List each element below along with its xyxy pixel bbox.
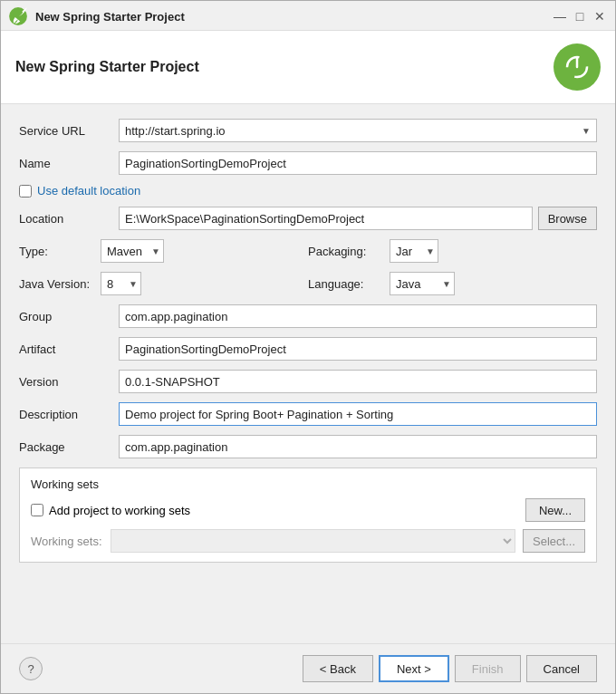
- type-section: Type: Maven Gradle ▼: [19, 239, 308, 263]
- minimize-button[interactable]: —: [552, 8, 568, 24]
- use-default-location-label[interactable]: Use default location: [37, 184, 140, 198]
- package-field: [119, 435, 597, 458]
- group-row: Group: [19, 304, 597, 328]
- description-row: Description: [19, 402, 597, 426]
- artifact-label: Artifact: [19, 342, 119, 356]
- working-sets-select-row: Working sets: Select...: [31, 529, 585, 553]
- name-row: Name: [19, 151, 597, 175]
- artifact-field: [119, 337, 597, 361]
- language-label: Language:: [308, 277, 390, 291]
- working-sets-field-label: Working sets:: [31, 535, 103, 548]
- working-sets-check-left: Add project to working sets: [31, 504, 190, 517]
- footer-left: ?: [19, 657, 43, 680]
- version-field: [119, 370, 597, 393]
- window-controls: — □ ✕: [552, 8, 608, 24]
- maximize-button[interactable]: □: [572, 8, 588, 24]
- language-select-wrapper: Java Kotlin Groovy ▼: [390, 272, 455, 295]
- service-url-label: Service URL: [19, 124, 119, 138]
- service-url-row: Service URL ▼: [19, 119, 597, 142]
- packaging-select-wrapper: Jar War ▼: [390, 239, 438, 263]
- title-bar-left: New Spring Starter Project: [8, 6, 185, 26]
- java-language-row: Java Version: 8 11 17 ▼ Language: Java K…: [19, 272, 597, 295]
- name-input[interactable]: [119, 151, 597, 175]
- service-url-input[interactable]: [120, 120, 576, 141]
- version-input[interactable]: [119, 370, 597, 393]
- name-label: Name: [19, 157, 119, 170]
- group-field: [119, 304, 597, 328]
- name-field: [119, 151, 597, 175]
- dialog-title: New Spring Starter Project: [15, 59, 199, 75]
- location-input[interactable]: [119, 207, 533, 230]
- back-button[interactable]: < Back: [303, 655, 373, 682]
- language-section: Language: Java Kotlin Groovy ▼: [308, 272, 597, 295]
- description-field: [119, 402, 597, 426]
- package-label: Package: [19, 440, 119, 454]
- browse-button[interactable]: Browse: [538, 207, 597, 230]
- description-label: Description: [19, 408, 119, 421]
- dialog-body: Service URL ▼ Name Use default location …: [1, 104, 615, 643]
- java-version-select[interactable]: 8 11 17: [101, 272, 141, 295]
- location-row: Location Browse: [19, 207, 597, 230]
- package-row: Package: [19, 435, 597, 458]
- next-button[interactable]: Next >: [379, 655, 449, 682]
- use-default-location-row: Use default location: [19, 184, 597, 198]
- power-svg-icon: [563, 53, 591, 81]
- package-input[interactable]: [119, 435, 597, 458]
- language-select[interactable]: Java Kotlin Groovy: [390, 272, 455, 295]
- finish-button[interactable]: Finish: [455, 655, 521, 682]
- packaging-select[interactable]: Jar War: [390, 239, 438, 263]
- java-version-select-wrapper: 8 11 17 ▼: [101, 272, 141, 295]
- spring-logo-icon: [8, 6, 28, 26]
- working-sets-title: Working sets: [31, 477, 585, 491]
- location-label: Location: [19, 212, 119, 226]
- artifact-row: Artifact: [19, 337, 597, 361]
- service-url-wrapper: ▼: [119, 119, 597, 142]
- description-input[interactable]: [119, 402, 597, 426]
- working-sets-box: Working sets Add project to working sets…: [19, 467, 597, 563]
- artifact-input[interactable]: [119, 337, 597, 361]
- help-button[interactable]: ?: [19, 657, 43, 680]
- version-row: Version: [19, 370, 597, 393]
- type-label: Type:: [19, 245, 101, 258]
- main-window: New Spring Starter Project — □ ✕ New Spr…: [0, 0, 616, 694]
- use-default-location-checkbox[interactable]: [19, 185, 32, 198]
- new-working-set-button[interactable]: New...: [525, 498, 585, 522]
- type-select-wrapper: Maven Gradle ▼: [101, 239, 164, 263]
- java-version-label: Java Version:: [19, 277, 101, 291]
- type-packaging-row: Type: Maven Gradle ▼ Packaging: Jar War: [19, 239, 597, 263]
- close-button[interactable]: ✕: [592, 8, 608, 24]
- window-title: New Spring Starter Project: [35, 10, 185, 24]
- type-select[interactable]: Maven Gradle: [101, 239, 164, 263]
- packaging-section: Packaging: Jar War ▼: [308, 239, 597, 263]
- java-version-section: Java Version: 8 11 17 ▼: [19, 272, 308, 295]
- cancel-button[interactable]: Cancel: [526, 655, 597, 682]
- spring-power-icon: [553, 43, 601, 91]
- version-label: Version: [19, 375, 119, 389]
- title-bar: New Spring Starter Project — □ ✕: [1, 1, 615, 31]
- select-working-sets-button[interactable]: Select...: [523, 529, 585, 553]
- group-label: Group: [19, 310, 119, 323]
- footer-buttons: < Back Next > Finish Cancel: [303, 655, 597, 682]
- service-url-field: ▼: [119, 119, 597, 142]
- packaging-label: Packaging:: [308, 245, 390, 258]
- working-sets-check-row: Add project to working sets New...: [31, 498, 585, 522]
- working-sets-select[interactable]: [111, 529, 515, 553]
- dialog-footer: ? < Back Next > Finish Cancel: [1, 643, 615, 693]
- group-input[interactable]: [119, 304, 597, 328]
- add-to-working-sets-checkbox[interactable]: [31, 504, 43, 516]
- dialog-header: New Spring Starter Project: [1, 31, 615, 104]
- add-to-working-sets-label[interactable]: Add project to working sets: [49, 504, 190, 517]
- service-url-dropdown-icon[interactable]: ▼: [576, 126, 596, 136]
